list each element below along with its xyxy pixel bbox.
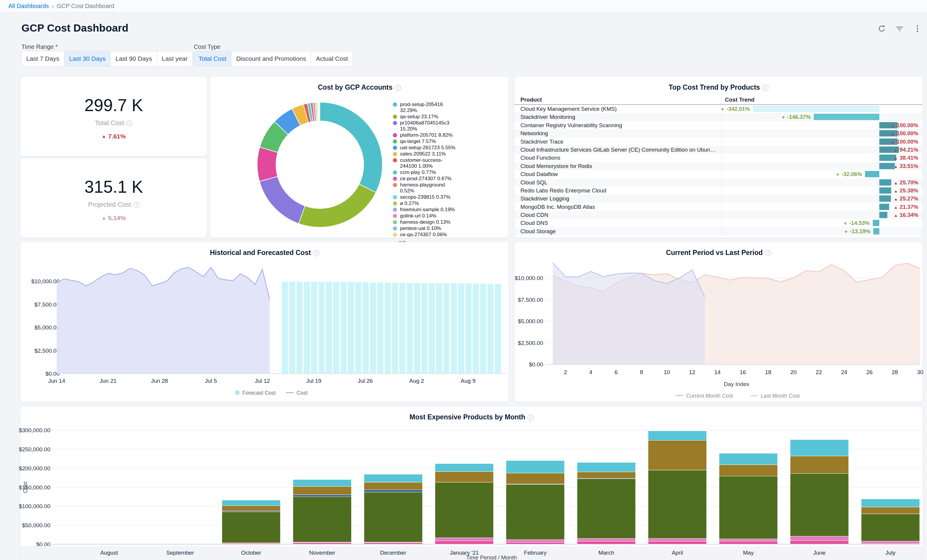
time-range-option-last-year[interactable]: Last year [157, 51, 192, 66]
trend-table-row[interactable]: Networking▲100.00% [514, 129, 922, 137]
legend-item[interactable]: ø 0.27% [393, 200, 456, 206]
svg-text:$0.00: $0.00 [529, 361, 543, 367]
trend-table-row[interactable]: Cloud Infrastructure Services GitLab Ser… [514, 146, 922, 154]
cost-type-option-actual-cost[interactable]: Actual Cost [311, 51, 353, 66]
filter-icon[interactable] [895, 24, 904, 33]
trend-table-row[interactable]: Stackdriver Monitoring▼-146.37% [514, 113, 922, 121]
column-divider [721, 95, 722, 236]
svg-text:$2,500.00: $2,500.00 [34, 348, 59, 354]
svg-text:14: 14 [714, 369, 721, 375]
total-cost-value: 299.7 K [21, 95, 207, 115]
donut-slice-prod-setup-205416[interactable] [320, 102, 382, 193]
legend-item[interactable]: qa-setup 23.17% [393, 114, 456, 120]
svg-text:26: 26 [866, 369, 872, 375]
svg-text:$5,000.00: $5,000.00 [518, 318, 543, 325]
trend-table-row[interactable]: Container Registry Vulnerability Scannin… [514, 121, 922, 129]
donut-slice-platform-205701[interactable] [257, 147, 278, 181]
legend-dot-icon [393, 220, 397, 224]
svg-text:10: 10 [664, 369, 670, 375]
trend-value: ▲21.37% [894, 204, 918, 210]
time-range-option-last-30-days[interactable]: Last 30 Days [64, 51, 111, 66]
trend-value: ▲100.00% [891, 138, 918, 145]
svg-text:Day Index: Day Index [724, 381, 749, 387]
info-icon[interactable]: i [134, 202, 140, 208]
legend-item[interactable]: secops-239815 0.37% [393, 194, 456, 200]
trend-table-row[interactable]: Cloud DNS▼-14.53% [514, 219, 922, 227]
legend-item[interactable]: pentest-uat 0.10% [393, 226, 456, 231]
trend-table-row[interactable]: Cloud Storage▼-13.19% [514, 227, 922, 235]
svg-text:12: 12 [689, 369, 695, 375]
product-name: Container Registry Vulnerability Scannin… [520, 122, 622, 129]
legend-dot-icon [393, 140, 397, 144]
trend-table-row[interactable]: Cloud SQL▲25.70% [514, 178, 922, 187]
legend-item[interactable]: sales-209522 3.11% [393, 151, 456, 157]
donut-chart[interactable] [210, 77, 509, 238]
svg-text:$2,500.00: $2,500.00 [518, 340, 543, 346]
total-cost-change: ▲7.61% [21, 133, 207, 140]
svg-text:$5,000.00: $5,000.00 [34, 325, 59, 331]
up-triangle-icon: ▲ [102, 216, 106, 220]
legend-item[interactable]: qa-target 7.57% [393, 138, 456, 144]
trend-table-row[interactable]: Stackdriver Trace▲100.00% [514, 138, 922, 146]
legend-item[interactable]: ccm-play 0.77% [393, 170, 456, 176]
svg-text:22: 22 [816, 369, 822, 375]
trend-table-row[interactable]: Cloud Memorystore for Redis▲33.51% [514, 162, 922, 170]
legend-item[interactable]: uat-setup-261723 5.55% [393, 145, 456, 151]
cost-by-gcp-accounts-card: Cost by GCP Accountsi prod-setup-205416 … [210, 77, 509, 238]
svg-text:Time Period / Month: Time Period / Month [466, 554, 517, 560]
svg-text:Jul 19: Jul 19 [306, 378, 321, 384]
trend-table-row[interactable]: Cloud CDN▲16.34% [514, 211, 922, 219]
trend-value: ▼-13.19% [844, 228, 870, 235]
trend-value: ▼-146.37% [781, 114, 811, 120]
info-icon[interactable]: i [126, 120, 132, 126]
refresh-icon[interactable] [877, 24, 886, 33]
legend-item[interactable]: harness-design 0.13% [393, 219, 456, 225]
trend-bar [873, 228, 879, 234]
svg-text:February: February [524, 549, 547, 556]
legend-item[interactable]: ce-qa-274307 0.06% [393, 232, 456, 238]
time-range-buttons: Last 7 DaysLast 30 DaysLast 90 DaysLast … [21, 51, 192, 66]
donut-slice-pr10406a87045145c3[interactable] [260, 176, 305, 223]
legend-item[interactable]: customer-success-244100 1.00% [393, 157, 456, 169]
svg-text:Current Month Cost: Current Month Cost [686, 393, 733, 399]
legend-item[interactable]: pr10406a87045145c3 15.20% [393, 120, 456, 132]
product-name: Cloud SQL [520, 179, 547, 186]
trend-bar [879, 179, 891, 185]
kebab-menu-icon[interactable] [913, 24, 922, 33]
trend-bar [879, 163, 895, 169]
time-range-option-last-90-days[interactable]: Last 90 Days [111, 51, 157, 66]
period-compare-chart[interactable]: $10,000.00$7,500.00$5,000.00$2,500.00$0.… [514, 242, 922, 402]
legend-item[interactable]: prod-setup-205416 32.29% [393, 102, 456, 114]
period-compare-card: Current Period vs Last Periodi $10,000.0… [514, 242, 922, 402]
legend-item[interactable]: platform-205701 8.82% [393, 132, 456, 138]
legend-dot-icon [393, 146, 397, 150]
trend-table-row[interactable]: Cloud Key Management Service (KMS)▼-342.… [514, 105, 922, 113]
breadcrumb-link-all-dashboards[interactable]: All Dashboards [8, 3, 49, 9]
projected-cost-value: 315.1 K [21, 177, 207, 197]
donut-slice-ce-qa-274307[interactable] [319, 102, 320, 121]
monthly-products-chart[interactable]: $300,000.00$250,000.00$200,000.00$150,00… [21, 407, 922, 560]
column-header-cost-trend: Cost Trend [725, 97, 754, 103]
svg-text:16: 16 [740, 369, 746, 375]
time-range-option-last-7-days[interactable]: Last 7 Days [21, 51, 64, 66]
legend-item[interactable]: ce-prod-274307 0.67% [393, 176, 456, 182]
legend-item[interactable]: golink-url 0.14% [393, 213, 456, 219]
trend-table-row[interactable]: Cloud Functions▲38.41% [514, 154, 922, 162]
historical-forecast-chart[interactable]: $10,000.00$7,500.00$5,000.00$2,500.00$0.… [21, 242, 509, 402]
trend-table-row[interactable]: Redis Labs Redis Enterprise Cloud▲25.38% [514, 187, 922, 194]
trend-table-row[interactable]: MongoDB Inc. MongoDB Atlas▲21.37% [514, 203, 922, 211]
svg-text:$300,000.00: $300,000.00 [19, 427, 50, 433]
legend-item[interactable]: harness-playground 0.52% [393, 182, 456, 194]
cost-type-option-discount-and-promotions[interactable]: Discount and Promotions [231, 51, 311, 66]
trend-table-row[interactable]: Stackdriver Logging▲25.27% [514, 194, 922, 203]
info-icon[interactable]: i [763, 85, 769, 91]
donut-slice-qa-setup[interactable] [299, 184, 376, 227]
trend-table-row[interactable]: Cloud Dataflow▼-32.06% [514, 170, 922, 178]
legend-dot-icon [393, 177, 397, 181]
cost-type-option-total-cost[interactable]: Total Cost [194, 51, 231, 66]
trend-value: ▲25.38% [894, 187, 918, 194]
product-name: Stackdriver Monitoring [520, 114, 575, 120]
svg-text:Jul 26: Jul 26 [358, 378, 373, 384]
trend-value: ▲100.00% [891, 122, 918, 129]
legend-item[interactable]: freemium-sample 0.19% [393, 207, 456, 213]
